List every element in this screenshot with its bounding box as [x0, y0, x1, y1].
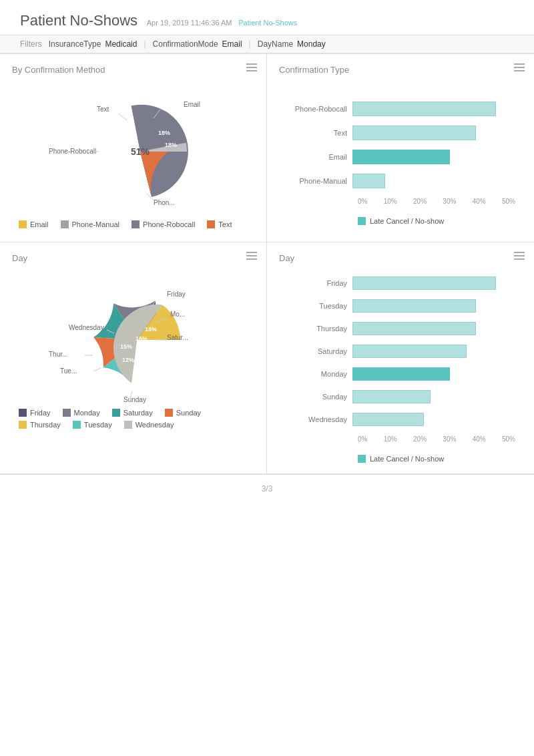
bar-label-thursday: Thursday: [286, 325, 352, 333]
legend-phone-manual-dot: [61, 220, 69, 228]
legend3-saturday-label: Saturday: [123, 409, 153, 417]
legend-email-dot: [19, 220, 27, 228]
bar-legend-label-1: Late Cancel / No-show: [370, 217, 444, 225]
bar-fill-friday: [352, 276, 496, 290]
pie1-text-label: Text: [97, 106, 109, 113]
legend3-thursday: Thursday: [19, 421, 61, 429]
legend-text-label: Text: [218, 220, 232, 228]
filter-key-2: ConfirmationMode: [153, 39, 218, 49]
pie3-mo-label: Mo...: [170, 311, 185, 318]
filters-bar: Filters InsuranceType Medicaid | Confirm…: [0, 35, 534, 53]
bar-track-monday: [352, 367, 515, 381]
legend-email-label: Email: [30, 220, 49, 228]
page-footer: 3/3: [0, 474, 534, 503]
bar-row-phone-robocall: Phone-Robocall: [286, 102, 515, 116]
bar-fill-text: [352, 126, 476, 140]
bar-fill-phone-manual: [352, 174, 385, 188]
legend3-sunday-dot: [165, 409, 173, 417]
filter-val-1: Medicaid: [105, 39, 137, 49]
bar-label-phone-manual: Phone-Manual: [286, 177, 352, 185]
filter-val-3: Monday: [297, 39, 326, 49]
legend-phone-robocall-label: Phone-Robocall: [143, 220, 195, 228]
bar-row-monday: Monday: [286, 367, 515, 381]
bar-track-friday: [352, 276, 515, 290]
bar-track-thursday: [352, 322, 515, 335]
page-date: Apr 19, 2019 11:46:36 AM: [147, 19, 232, 27]
pie1-robocall-label: Phone-Robocall: [49, 148, 96, 155]
legend3-friday: Friday: [19, 409, 51, 417]
bar-fill-email: [352, 150, 450, 164]
legend-phone-robocall: Phone-Robocall: [131, 220, 195, 228]
panel-day-pie: Day: [0, 242, 267, 474]
panel-confirmation-type: Confirmation Type Phone-Robocall Text: [267, 54, 534, 242]
panel4-bar-chart: Friday Tuesday Thursday: [279, 270, 522, 463]
bar-label-monday: Monday: [286, 370, 352, 378]
legend3-tuesday-dot: [73, 421, 81, 429]
legend3-friday-dot: [19, 409, 27, 417]
legend3-monday-dot: [63, 409, 71, 417]
legend3-tuesday-label: Tuesday: [84, 421, 112, 429]
bar-track-phone-manual: [352, 174, 515, 188]
panel1-menu-icon[interactable]: [246, 63, 257, 71]
bar-track-email: [352, 150, 515, 164]
legend3-sunday-label: Sunday: [176, 409, 201, 417]
bar-row-email: Email: [286, 150, 515, 164]
legend3-thursday-label: Thursday: [30, 421, 61, 429]
filter-key-1: InsuranceType: [49, 39, 101, 49]
panel2-bar-legend: Late Cancel / No-show: [286, 212, 515, 225]
bar-row-tuesday: Tuesday: [286, 299, 515, 313]
bar-legend-dot-1: [358, 217, 366, 225]
panel4-menu-icon[interactable]: [514, 252, 525, 260]
legend3-saturday: Saturday: [112, 409, 153, 417]
legend-phone-manual-label: Phone-Manual: [72, 220, 120, 228]
panel3-pie-area: 18% 16% 15% 12% Friday Mo... Satur... Su…: [12, 270, 254, 403]
bar-row-thursday: Thursday: [286, 322, 515, 335]
panel-day-bar: Day Friday Tuesday: [267, 242, 534, 474]
panel2-x-axis: 0% 10% 20% 30% 40% 50%: [286, 198, 515, 205]
pie1-phon-label: Phon...: [154, 199, 175, 206]
legend-text-dot: [207, 220, 215, 228]
bar-label-phone-robocall: Phone-Robocall: [286, 105, 352, 113]
bar-fill-thursday: [352, 322, 476, 335]
legend3-tuesday: Tuesday: [73, 421, 112, 429]
filter-val-2: Email: [222, 39, 242, 49]
bar-row-text: Text: [286, 126, 515, 140]
pie3-pct-friday: 18%: [145, 326, 157, 333]
legend3-monday-label: Monday: [74, 409, 100, 417]
page-link[interactable]: Patient No-Shows: [238, 19, 297, 27]
legend3-wednesday-dot: [124, 421, 132, 429]
legend-phone-robocall-dot: [131, 220, 140, 228]
bar-label-friday: Friday: [286, 279, 352, 287]
bar-track-tuesday: [352, 299, 515, 313]
filter-key-3: DayName: [258, 39, 293, 49]
svg-line-8: [93, 368, 101, 371]
legend3-sunday: Sunday: [165, 409, 201, 417]
page-title: Patient No-Shows: [20, 12, 138, 29]
pie3-satur-label: Satur...: [167, 334, 188, 341]
bar-label-saturday: Saturday: [286, 347, 352, 355]
bar-legend-dot-4: [358, 455, 366, 463]
legend3-wednesday: Wednesday: [124, 421, 174, 429]
pie3-friday-label: Friday: [167, 291, 186, 298]
pie3-tue-label: Tue...: [60, 367, 77, 375]
legend-phone-manual: Phone-Manual: [61, 220, 120, 228]
panel2-menu-icon[interactable]: [514, 63, 525, 71]
bar-row-saturday: Saturday: [286, 345, 515, 358]
legend3-thursday-dot: [19, 421, 27, 429]
pie3-thur-label: Thur...: [49, 351, 67, 358]
bar-fill-tuesday: [352, 299, 476, 313]
charts-grid: By Confirmation Method: [0, 53, 534, 474]
legend3-friday-label: Friday: [30, 409, 51, 417]
pie3-pct-monday: 16%: [136, 335, 148, 342]
bar-track-sunday: [352, 390, 515, 403]
panel1-pie-area: 51% Email Text Phone-Robocall Phon...: [12, 81, 254, 215]
panel3-menu-icon[interactable]: [246, 252, 257, 260]
panel2-bar-chart: Phone-Robocall Text Email: [279, 95, 522, 225]
panel2-title: Confirmation Type: [279, 65, 522, 75]
panel4-bar-legend: Late Cancel / No-show: [286, 449, 515, 463]
bar-row-friday: Friday: [286, 276, 515, 290]
pie1-email-label: Email: [184, 101, 200, 108]
bar-fill-monday: [352, 367, 450, 381]
bar-fill-phone-robocall: [352, 102, 496, 116]
legend3-saturday-dot: [112, 409, 120, 417]
